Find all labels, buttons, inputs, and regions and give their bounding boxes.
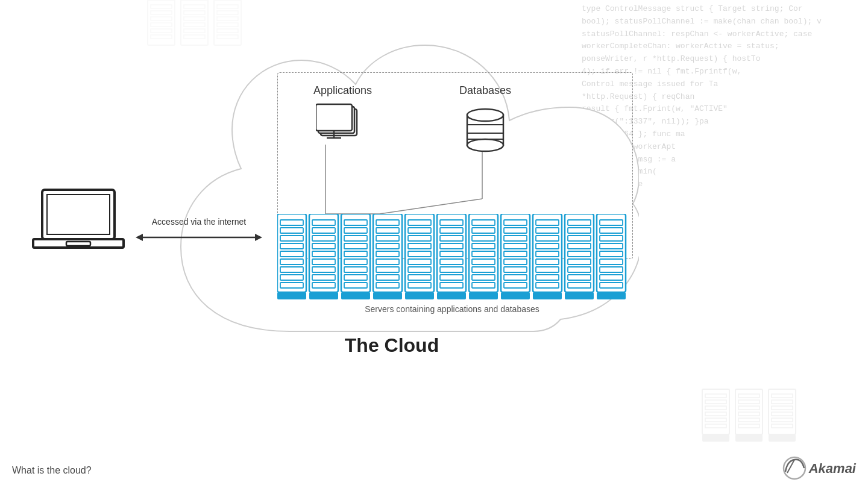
akamai-logo: Akamai: [782, 455, 856, 482]
page-label: What is the cloud?: [12, 465, 92, 476]
cloud-title: The Cloud: [241, 334, 542, 357]
svg-rect-60: [705, 412, 726, 416]
svg-rect-15: [217, 5, 238, 8]
svg-rect-1: [151, 5, 172, 8]
databases-label: Databases: [459, 84, 511, 97]
svg-rect-40: [66, 242, 90, 246]
akamai-text: Akamai: [809, 461, 856, 477]
svg-rect-70: [738, 424, 760, 428]
svg-rect-62: [705, 424, 726, 428]
svg-rect-3: [151, 17, 172, 20]
svg-marker-42: [136, 234, 143, 241]
svg-rect-12: [184, 29, 205, 33]
svg-rect-10: [184, 17, 205, 20]
svg-rect-61: [705, 418, 726, 422]
svg-rect-74: [772, 400, 793, 404]
svg-rect-13: [184, 35, 205, 39]
databases-icon: [458, 102, 512, 156]
svg-rect-71: [735, 434, 763, 442]
laptop-svg: [30, 187, 127, 262]
svg-rect-59: [705, 406, 726, 410]
databases-section: Databases: [458, 84, 512, 156]
svg-rect-11: [184, 23, 205, 27]
bidirectional-arrow: [136, 230, 262, 245]
svg-rect-4: [151, 23, 172, 27]
svg-rect-38: [47, 195, 110, 234]
svg-rect-66: [738, 400, 760, 404]
svg-rect-57: [705, 394, 726, 398]
svg-point-33: [467, 139, 503, 151]
svg-rect-9: [184, 11, 205, 14]
svg-point-32: [467, 109, 503, 121]
svg-rect-63: [702, 434, 729, 442]
svg-rect-18: [217, 23, 238, 27]
svg-rect-8: [184, 5, 205, 8]
svg-line-24: [380, 199, 482, 214]
servers-label: Servers containing applications and data…: [271, 304, 633, 314]
applications-icon: [316, 102, 370, 150]
svg-rect-65: [738, 394, 760, 398]
svg-rect-28: [318, 107, 350, 127]
blue-servers-svg: [277, 214, 633, 301]
applications-label: Applications: [313, 84, 372, 97]
servers-container: [277, 214, 633, 301]
svg-rect-79: [769, 434, 796, 442]
svg-rect-58: [705, 400, 726, 404]
svg-marker-44: [255, 234, 262, 241]
svg-rect-77: [772, 418, 793, 422]
svg-rect-78: [772, 424, 793, 428]
svg-rect-19: [217, 29, 238, 33]
svg-rect-68: [738, 412, 760, 416]
arrow-container: Accessed via the internet: [133, 217, 265, 245]
svg-rect-76: [772, 412, 793, 416]
svg-rect-17: [217, 17, 238, 20]
akamai-icon: [782, 455, 807, 482]
svg-rect-73: [772, 394, 793, 398]
svg-rect-6: [151, 35, 172, 39]
laptop-icon: [30, 187, 121, 259]
svg-rect-67: [738, 406, 760, 410]
svg-rect-2: [151, 11, 172, 14]
svg-rect-69: [738, 418, 760, 422]
svg-rect-16: [217, 11, 238, 14]
svg-rect-5: [151, 29, 172, 33]
svg-rect-20: [217, 35, 238, 39]
applications-section: Applications: [313, 84, 372, 150]
svg-rect-75: [772, 406, 793, 410]
arrow-label: Accessed via the internet: [152, 217, 246, 227]
decorative-servers-bottom-right: [699, 383, 820, 452]
